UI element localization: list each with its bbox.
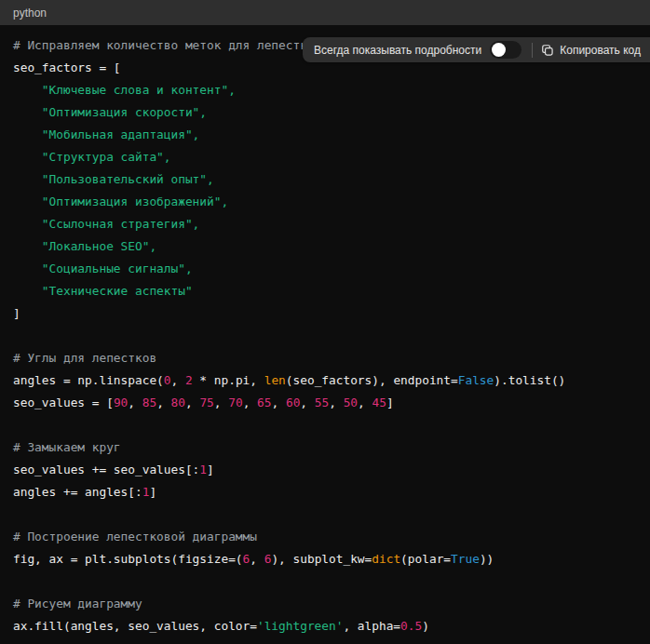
code-token: 70 <box>228 396 242 409</box>
code-line: "Технические аспекты" <box>13 280 637 302</box>
toolbar-divider <box>532 43 533 58</box>
code-token: "Оптимизация изображений", <box>42 195 228 208</box>
code-token: , <box>185 396 199 409</box>
code-token: , <box>272 396 286 409</box>
code-token: "Технические аспекты" <box>42 284 193 298</box>
code-line: # Углы для лепестков <box>13 347 637 369</box>
code-token: "Оптимизация скорости", <box>42 105 207 119</box>
code-token: , <box>250 552 264 566</box>
code-line: "Ссылочная стратегия", <box>13 213 637 235</box>
code-token: ] <box>207 463 214 476</box>
code-token: "Социальные сигналы", <box>42 262 193 275</box>
code-token: , <box>171 373 185 387</box>
code-line <box>13 325 637 347</box>
code-token: # Замыкаем круг <box>13 440 121 454</box>
code-token: 65 <box>257 396 271 409</box>
code-line: "Оптимизация скорости", <box>13 101 637 124</box>
code-line: fig, ax = plt.subplots(figsize=(6, 6), s… <box>13 548 637 570</box>
code-block[interactable]: # Исправляем количество меток для лепест… <box>0 25 650 644</box>
code-token: 2 <box>185 373 193 387</box>
code-token: "Ссылочная стратегия", <box>42 217 200 231</box>
code-token <box>13 150 42 164</box>
code-token: * np.pi, <box>193 373 264 387</box>
code-token: "Локальное SEO", <box>42 239 156 253</box>
code-token: , alpha= <box>343 619 400 633</box>
code-token: , <box>214 396 228 409</box>
code-token <box>13 172 42 186</box>
code-line: ax.fill(angles, seo_values, color='light… <box>13 615 637 637</box>
code-token: , <box>156 396 170 409</box>
language-label: python <box>13 7 47 20</box>
always-show-details-label: Всегда показывать подробности <box>314 44 481 57</box>
code-token: "Ключевые слова и контент", <box>42 83 236 97</box>
code-line: angles = np.linspace(0, 2 * np.pi, len(s… <box>13 369 637 392</box>
code-token: ), subplot_kw= <box>271 552 372 566</box>
code-token: 90 <box>114 396 128 409</box>
code-token: (polar= <box>400 552 451 566</box>
code-line: "Структура сайта", <box>13 146 637 168</box>
code-line: seo_values += seo_values[:1] <box>13 459 637 481</box>
code-token: ] <box>149 485 156 499</box>
code-token: False <box>458 373 494 387</box>
code-token: angles += angles[: <box>13 485 142 499</box>
code-token: , <box>358 396 372 409</box>
code-token: ] <box>13 306 20 320</box>
copy-code-label: Копировать код <box>560 44 641 57</box>
code-line: "Пользовательский опыт", <box>13 168 637 191</box>
code-line: "Социальные сигналы", <box>13 258 637 280</box>
code-token <box>13 284 42 298</box>
code-token: 1 <box>199 463 207 476</box>
code-toolbar: Всегда показывать подробности Копировать… <box>303 37 650 62</box>
code-token: seo_factors = [ <box>13 60 121 74</box>
code-line <box>13 503 637 526</box>
code-token: 'lightgreen' <box>257 619 343 633</box>
code-token: ).tolist() <box>494 373 565 387</box>
code-token: True <box>451 552 480 566</box>
code-token <box>13 105 42 119</box>
code-token: seo_values = [ <box>13 396 114 409</box>
code-token: 0.5 <box>400 619 422 633</box>
code-token: # Углы для лепестков <box>13 351 156 365</box>
code-token: fig, ax = plt.subplots(figsize=( <box>13 552 243 566</box>
code-token: (seo_factors), endpoint= <box>286 373 458 387</box>
code-line: # Построение лепестковой диаграммы <box>13 526 637 548</box>
always-show-details-toggle[interactable] <box>490 41 521 59</box>
code-token: ) <box>422 619 429 633</box>
copy-code-button[interactable]: Копировать код <box>541 44 641 57</box>
code-token: , <box>243 396 257 409</box>
code-token: , <box>329 396 343 409</box>
code-token: 80 <box>171 396 185 409</box>
code-token <box>13 195 42 208</box>
code-token: "Пользовательский опыт", <box>42 172 214 186</box>
code-token: 55 <box>315 396 329 409</box>
code-line <box>13 414 637 436</box>
code-token: len <box>264 373 286 387</box>
code-token <box>13 127 42 141</box>
code-token: # Рисуем диаграмму <box>13 597 142 610</box>
code-token: "Мобильная адаптация", <box>42 127 200 141</box>
code-token: 0 <box>164 373 171 387</box>
code-header: python <box>0 0 650 25</box>
code-line: seo_values = [90, 85, 80, 75, 70, 65, 60… <box>13 392 637 414</box>
code-token: 60 <box>286 396 300 409</box>
code-token: ax.fill(angles, seo_values, color= <box>13 619 257 633</box>
code-line <box>13 570 637 593</box>
code-token: # Исправляем количество меток для лепест… <box>13 38 321 52</box>
code-token <box>13 262 42 275</box>
code-token: 45 <box>372 396 386 409</box>
code-token <box>13 217 42 231</box>
code-token: angles = np.linspace( <box>13 373 164 387</box>
code-line: "Локальное SEO", <box>13 235 637 258</box>
code-token: , <box>128 396 142 409</box>
code-line: angles += angles[:1] <box>13 481 637 503</box>
code-token <box>13 239 42 253</box>
copy-icon <box>541 44 554 57</box>
code-line: ] <box>13 302 637 325</box>
code-token: seo_values += seo_values[: <box>13 463 199 476</box>
toggle-knob <box>492 43 506 57</box>
code-token: # Построение лепестковой диаграммы <box>13 530 257 543</box>
code-token: 50 <box>344 396 358 409</box>
code-token: )) <box>480 552 494 566</box>
code-line: # Замыкаем круг <box>13 436 637 459</box>
code-line: "Оптимизация изображений", <box>13 191 637 213</box>
